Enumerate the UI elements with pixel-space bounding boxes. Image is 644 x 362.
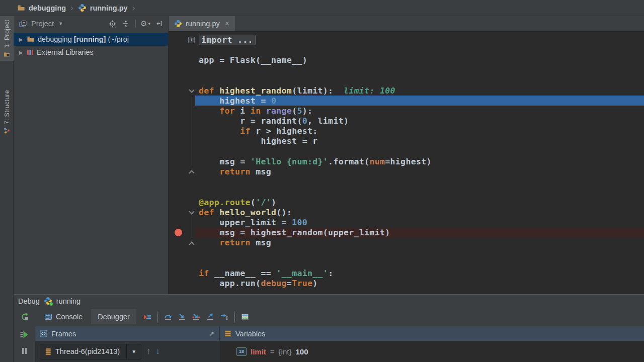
chevron-right-icon: › xyxy=(70,3,73,13)
fold-start-icon[interactable] xyxy=(189,87,194,93)
editor-gutter[interactable] xyxy=(169,248,195,258)
breadcrumb-folder[interactable]: debugging xyxy=(17,4,66,12)
editor-gutter[interactable] xyxy=(169,279,195,289)
editor-gutter[interactable] xyxy=(169,156,195,166)
pause-program-icon[interactable] xyxy=(21,347,28,355)
editor-gutter[interactable] xyxy=(169,146,195,156)
editor-gutter[interactable]: + xyxy=(169,35,195,45)
run-to-cursor-icon[interactable] xyxy=(217,310,231,323)
code-line xyxy=(169,177,644,187)
fold-end-icon[interactable] xyxy=(189,241,194,247)
editor-tab-running-py[interactable]: running.py × xyxy=(169,16,235,31)
code-text: app.run(debug=True) xyxy=(195,279,318,288)
fold-guide-line xyxy=(192,126,192,136)
fold-end-icon[interactable] xyxy=(189,170,194,176)
locate-file-icon[interactable] xyxy=(107,19,117,29)
close-tab-icon[interactable]: × xyxy=(225,19,229,28)
editor-gutter[interactable] xyxy=(169,207,195,217)
debug-panel-title-row: Debug running xyxy=(14,295,644,307)
code-text: import ... xyxy=(195,35,256,45)
frame-up-icon[interactable]: ↑ xyxy=(146,346,151,356)
python-icon xyxy=(174,20,182,28)
rerun-icon[interactable] xyxy=(18,310,32,323)
frames-panel: Frames Thread-6(pid21413) ▼ ↑ xyxy=(35,326,220,362)
editor-gutter[interactable] xyxy=(169,217,195,227)
fold-guide-line xyxy=(192,156,192,166)
tree-row-project-root[interactable]: ▶ debugging [running] (~/proj xyxy=(14,33,168,46)
code-text: if r > highest: xyxy=(195,126,318,136)
editor-gutter[interactable] xyxy=(169,65,195,75)
debug-panel: Debug running Console Debugger xyxy=(14,294,644,362)
editor-gutter[interactable] xyxy=(169,197,195,207)
editor-gutter[interactable] xyxy=(169,166,195,176)
editor-gutter[interactable] xyxy=(169,268,195,278)
thread-selector[interactable]: Thread-6(pid21413) ▼ xyxy=(40,344,141,359)
editor-gutter[interactable] xyxy=(169,85,195,96)
code-line xyxy=(169,248,644,258)
editor-gutter[interactable] xyxy=(169,177,195,187)
code-area[interactable]: +import ...app = Flask(__name__)def high… xyxy=(169,32,644,294)
variable-value: 100 xyxy=(295,347,308,356)
code-line: highest = r xyxy=(169,136,644,146)
step-into-my-code-icon[interactable] xyxy=(189,310,203,323)
variables-icon xyxy=(224,330,231,337)
editor-gutter[interactable] xyxy=(169,187,195,197)
tool-strip-project-tab[interactable]: 1: Project xyxy=(0,16,14,61)
variable-row[interactable]: 18 limit = {int} 100 xyxy=(220,341,644,362)
collapse-all-icon[interactable] xyxy=(121,19,131,29)
code-line: highest = 0 xyxy=(169,96,644,106)
code-line: return msg xyxy=(169,166,644,176)
editor-gutter[interactable] xyxy=(169,106,195,116)
project-tree: ▶ debugging [running] (~/proj ▶ External… xyxy=(14,31,168,59)
project-tab-label: 1: Project xyxy=(4,20,11,48)
run-config-name: running xyxy=(56,297,80,305)
fold-start-icon[interactable] xyxy=(189,209,194,215)
debug-panel-title: Debug xyxy=(18,297,40,305)
code-line: app = Flask(__name__) xyxy=(169,55,644,65)
tree-root-label: debugging [running] (~/proj xyxy=(38,35,129,43)
code-line: msg = highest_random(upper_limit) xyxy=(169,228,644,238)
expand-arrow-icon[interactable]: ▶ xyxy=(18,50,24,55)
tool-strip-structure-tab[interactable]: 7: Structure xyxy=(0,86,14,137)
editor-gutter[interactable] xyxy=(169,45,195,55)
resume-program-icon[interactable] xyxy=(20,330,29,339)
code-line xyxy=(169,146,644,156)
editor-gutter[interactable] xyxy=(169,136,195,146)
code-text: @app.route('/') xyxy=(195,198,276,207)
structure-tool-icon xyxy=(4,127,10,134)
step-over-icon[interactable] xyxy=(161,310,175,323)
frames-title: Frames xyxy=(51,330,76,338)
evaluate-expression-icon[interactable] xyxy=(238,310,252,323)
tab-debugger[interactable]: Debugger xyxy=(91,309,136,324)
hide-panel-icon[interactable] xyxy=(154,19,164,29)
frame-down-icon[interactable]: ↓ xyxy=(156,346,160,356)
editor-tab-label: running.py xyxy=(186,20,220,28)
step-into-icon[interactable] xyxy=(175,310,189,323)
project-panel-title: Project xyxy=(31,20,54,28)
fold-expand-icon[interactable]: + xyxy=(188,37,195,43)
settings-gear-icon[interactable]: ⚙▾ xyxy=(140,19,150,29)
tree-row-external-libraries[interactable]: ▶ External Libraries xyxy=(14,46,168,59)
editor-gutter[interactable] xyxy=(169,116,195,126)
thread-selector-value: Thread-6(pid21413) xyxy=(55,347,120,355)
breakpoint-dot[interactable] xyxy=(175,229,182,236)
editor-gutter[interactable] xyxy=(169,258,195,268)
fold-guide-line xyxy=(192,217,192,227)
variable-name: limit xyxy=(251,347,266,356)
editor-gutter[interactable] xyxy=(169,238,195,248)
editor-gutter[interactable] xyxy=(169,228,195,238)
tab-console[interactable]: Console xyxy=(38,309,89,324)
code-line: if r > highest: xyxy=(169,126,644,136)
expand-arrow-icon[interactable]: ▶ xyxy=(18,37,24,42)
editor-gutter[interactable] xyxy=(169,126,195,136)
step-out-icon[interactable] xyxy=(203,310,217,323)
breadcrumb-file[interactable]: running.py xyxy=(78,4,128,12)
editor-gutter[interactable] xyxy=(169,55,195,65)
chevron-down-icon[interactable]: ▼ xyxy=(126,344,141,359)
pin-icon[interactable] xyxy=(209,331,215,337)
editor-gutter[interactable] xyxy=(169,75,195,85)
chevron-down-icon[interactable]: ▼ xyxy=(58,21,63,26)
editor-gutter[interactable] xyxy=(169,96,195,106)
code-text: app = Flask(__name__) xyxy=(195,55,307,65)
show-execution-point-icon[interactable] xyxy=(140,310,154,323)
